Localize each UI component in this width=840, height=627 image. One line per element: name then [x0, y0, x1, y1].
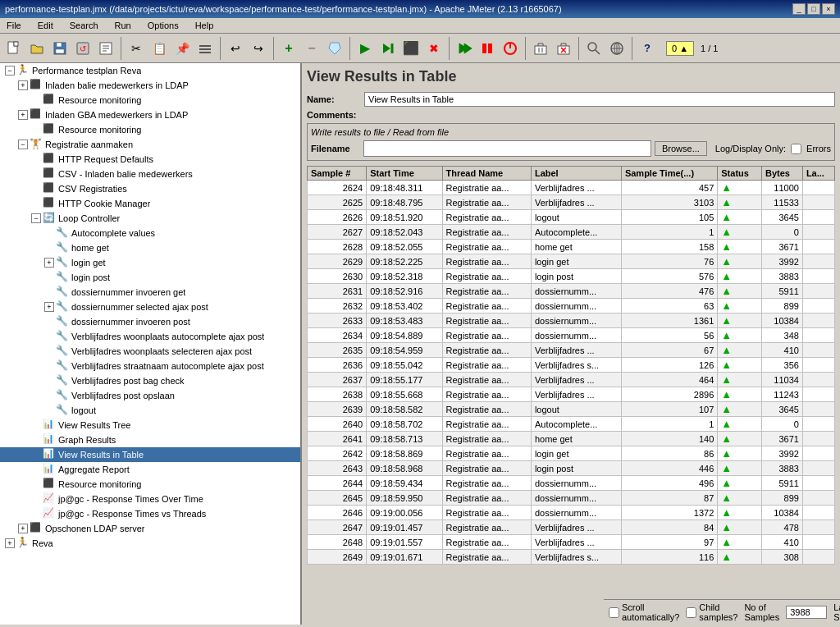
- tree-node-login-get[interactable]: + 🔧 login get: [0, 255, 300, 270]
- tree-node-straatnaam-auto[interactable]: 🔧 Verblijfadres straatnaam autocomplete …: [0, 359, 300, 373]
- toolbar-start-no-pause-button[interactable]: [377, 38, 399, 59]
- tree-node-perf-root[interactable]: − 🏃 Performance testplan Reva: [0, 63, 300, 78]
- tree-node-autocomplete[interactable]: 🔧 Autocomplete values: [0, 226, 300, 240]
- dossiernummer-post-label: dossiernummer invoeren post: [71, 317, 190, 327]
- child-samples-checkbox[interactable]: [686, 607, 696, 618]
- toolbar-undo-button[interactable]: ↩: [225, 38, 246, 59]
- toolbar-redo-button[interactable]: ↪: [248, 38, 269, 59]
- tree-node-csv-reg[interactable]: ⬛ CSV Registraties: [0, 181, 300, 196]
- tree-node-resource-mon-1[interactable]: ⬛ Resource monitoring: [0, 93, 300, 108]
- tree-node-resource-mon-3[interactable]: ⬛ Resource monitoring: [0, 477, 300, 492]
- tree-node-loop-ctrl[interactable]: − 🔄 Loop Controller: [0, 211, 300, 226]
- tree-node-csv-inladen[interactable]: ⬛ CSV - Inladen balie medewerkers: [0, 167, 300, 181]
- expand-inladen-gba[interactable]: +: [18, 110, 28, 120]
- tree-node-verblijf-opslaan[interactable]: 🔧 Verblijfadres post opslaan: [0, 388, 300, 403]
- table-cell: 09:18:58.713: [367, 432, 442, 446]
- menu-run[interactable]: Run: [112, 20, 135, 31]
- status-icon: ▲: [721, 211, 732, 223]
- toolbar-clear-all-button[interactable]: [553, 38, 574, 59]
- tree-node-inladen-balie[interactable]: + ⬛ Inladen balie medewerkers in LDAP: [0, 78, 300, 93]
- table-cell: 126: [621, 358, 717, 373]
- http-cookie-label: HTTP Cookie Manager: [58, 199, 150, 208]
- file-box-title: Write results to file / Read from file: [311, 127, 831, 137]
- file-box: Write results to file / Read from file F…: [307, 123, 835, 161]
- tree-node-dossiernummer-get[interactable]: 🔧 dossiernummer invoeren get: [0, 285, 300, 300]
- tree-node-logout[interactable]: 🔧 logout: [0, 403, 300, 418]
- toolbar-save-button[interactable]: [49, 38, 71, 59]
- tree-node-view-results-tree[interactable]: 📊 View Results Tree: [0, 418, 300, 432]
- toolbar-copy-button[interactable]: 📋: [148, 38, 170, 59]
- close-button[interactable]: ×: [822, 3, 835, 15]
- tree-node-reva[interactable]: + 🏃 Reva: [0, 536, 300, 551]
- tree-node-dossiernummer-ajax[interactable]: + 🔧 dossiernummer selected ajax post: [0, 300, 300, 314]
- tree-node-dossiernummer-post[interactable]: 🔧 dossiernummer invoeren post: [0, 314, 300, 329]
- expand-loop-ctrl[interactable]: −: [31, 213, 41, 223]
- expand-inladen-balie[interactable]: +: [18, 80, 28, 90]
- log-display-checkbox[interactable]: [791, 144, 801, 154]
- tree-node-home-get[interactable]: 🔧 home get: [0, 240, 300, 255]
- table-cell: 2642: [308, 446, 367, 461]
- toolbar-new-button[interactable]: [3, 38, 25, 59]
- window-controls[interactable]: _ □ ×: [792, 3, 835, 15]
- table-row: 264609:19:00.056Registratie aa...dossier…: [308, 506, 835, 520]
- tree-node-aggregate-report[interactable]: 📊 Aggregate Report: [0, 462, 300, 477]
- filename-input[interactable]: [363, 140, 651, 157]
- tree-node-graph-results[interactable]: 📊 Graph Results: [0, 432, 300, 447]
- no-of-samples-value[interactable]: [786, 606, 827, 619]
- expand-dossiernummer-ajax[interactable]: +: [44, 302, 54, 312]
- minimize-button[interactable]: _: [792, 3, 806, 15]
- tree-node-http-cookie[interactable]: ⬛ HTTP Cookie Manager: [0, 196, 300, 211]
- tree-node-view-results-table[interactable]: 📊 View Results in Table: [0, 447, 300, 462]
- toolbar-revert-button[interactable]: ↺: [72, 38, 94, 59]
- toolbar-add-button[interactable]: +: [278, 38, 299, 59]
- name-input[interactable]: [364, 92, 835, 107]
- tree-node-woonplaats-auto[interactable]: 🔧 Verblijfadres woonplaats autocomplete …: [0, 329, 300, 344]
- sidebar[interactable]: − 🏃 Performance testplan Reva + ⬛ Inlade…: [0, 63, 302, 625]
- toolbar-open-button[interactable]: [26, 38, 48, 59]
- tree-node-jp-response-time[interactable]: 📈 jp@gc - Response Times Over Time: [0, 492, 300, 506]
- tree-node-registratie[interactable]: − 🏋 Registratie aanmaken: [0, 137, 300, 152]
- tree-node-http-defaults[interactable]: ⬛ HTTP Request Defaults: [0, 152, 300, 167]
- expand-login-get[interactable]: +: [44, 258, 54, 268]
- tree-node-verblijf-post-bag[interactable]: 🔧 Verblijfadres post bag check: [0, 373, 300, 388]
- expand-perf-root[interactable]: −: [5, 66, 15, 76]
- expand-reva[interactable]: +: [5, 538, 15, 548]
- menu-help[interactable]: Help: [192, 20, 217, 31]
- toolbar-help-button[interactable]: ?: [637, 38, 658, 59]
- tree-node-resource-mon-2[interactable]: ⬛ Resource monitoring: [0, 122, 300, 137]
- toolbar-paste-button[interactable]: 📌: [171, 38, 193, 59]
- menu-options[interactable]: Options: [144, 20, 182, 31]
- toolbar-start-button[interactable]: ▶: [354, 38, 376, 59]
- toolbar-stop-button[interactable]: ⬛: [400, 38, 422, 59]
- expand-registratie[interactable]: −: [18, 140, 28, 149]
- col-sample-time: Sample Time(...): [621, 167, 717, 181]
- table-cell: 11000: [761, 181, 802, 195]
- menu-edit[interactable]: Edit: [34, 20, 57, 31]
- table-cell: dossiernumm...: [531, 314, 621, 328]
- menu-file[interactable]: File: [3, 20, 25, 31]
- tree-node-opschonen[interactable]: + ⬛ Opschonen LDAP server: [0, 521, 300, 536]
- toolbar-browse-button[interactable]: [606, 38, 628, 59]
- maximize-button[interactable]: □: [807, 3, 820, 15]
- toolbar-shutdown-button[interactable]: ✖: [423, 38, 445, 59]
- toolbar-remove-button[interactable]: −: [301, 38, 322, 59]
- toolbar-sep-7: [578, 37, 579, 60]
- tree-node-jp-response-threads[interactable]: 📈 jp@gc - Response Times vs Threads: [0, 506, 300, 521]
- tree-node-login-post[interactable]: 🔧 login post: [0, 270, 300, 285]
- toolbar-expand-button[interactable]: [194, 38, 216, 59]
- toolbar-remote-stop-button[interactable]: [477, 38, 498, 59]
- toolbar-cut-button[interactable]: ✂: [126, 38, 147, 59]
- toolbar-remote-start-button[interactable]: [454, 38, 475, 59]
- menu-bar: File Edit Search Run Options Help: [0, 18, 840, 34]
- tree-node-inladen-gba[interactable]: + ⬛ Inladen GBA medewerkers in LDAP: [0, 108, 300, 122]
- toolbar-templates-button[interactable]: [95, 38, 116, 59]
- toolbar-clear-button[interactable]: [324, 38, 345, 59]
- toolbar-remote-shutdown-button[interactable]: [500, 38, 521, 59]
- menu-search[interactable]: Search: [66, 20, 102, 31]
- toolbar-search-button[interactable]: [583, 38, 605, 59]
- expand-opschonen[interactable]: +: [18, 524, 28, 533]
- browse-button[interactable]: Browse...: [655, 141, 707, 156]
- tree-node-woonplaats-sel[interactable]: 🔧 Verblijfadres woonplaats selecteren aj…: [0, 344, 300, 359]
- toolbar-clear-results-button[interactable]: [530, 38, 551, 59]
- scroll-auto-checkbox[interactable]: [609, 607, 619, 618]
